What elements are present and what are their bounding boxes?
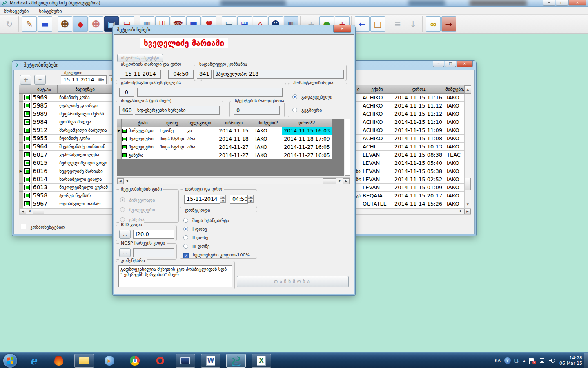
confirm-button[interactable]: თანხმობა xyxy=(237,276,349,287)
nurse-icon[interactable]: ☻ xyxy=(89,16,103,32)
scroll-top-button[interactable]: ▲ xyxy=(464,85,471,94)
scroll-thumb[interactable] xyxy=(33,209,44,214)
scroll-thumb[interactable] xyxy=(323,178,336,184)
firewall-app-icon[interactable] xyxy=(49,354,69,368)
vertical-scrollbar[interactable]: ▼ xyxy=(464,94,471,208)
add-row-button[interactable]: + xyxy=(20,75,31,85)
column-header-patient[interactable]: პაციენტი xyxy=(58,85,113,94)
medicine-basket-icon[interactable]: ◆ xyxy=(73,16,88,32)
opera-icon[interactable]: O xyxy=(150,354,170,368)
radio-internal-standard[interactable]: შიდა სტანდარტი xyxy=(183,216,229,224)
table-row[interactable]: ნიძ LEVAN 2014-11-15 05:38 IAKO xyxy=(356,167,471,175)
radio-icon[interactable] xyxy=(292,108,297,112)
time-spinner-field[interactable]: 04:50 xyxy=(230,195,248,204)
table-row[interactable]: 5989 მეფარიშვილი მერაბ xyxy=(19,110,113,118)
radio-urgent[interactable]: გადაუდებელი xyxy=(292,92,332,100)
hospital-bed-icon[interactable]: ▬ xyxy=(38,16,52,32)
checkbox-icon[interactable]: ✓ xyxy=(183,253,189,258)
scroll-left-button[interactable]: ◀ xyxy=(26,209,33,214)
show-desktop-button[interactable] xyxy=(584,353,588,368)
checkbox-icon[interactable] xyxy=(21,224,26,229)
scroll-left-button[interactable]: ◀ xyxy=(124,178,130,184)
table-row[interactable]: ACHIKO 2014-11-15 11:12 IAKO xyxy=(356,102,471,110)
radio-level-1[interactable]: I დონე xyxy=(183,224,207,232)
table-row[interactable]: ACHIKO 2014-11-15 11:08 IAKO xyxy=(356,135,471,143)
close-button[interactable]: × xyxy=(568,0,586,6)
ncsp-browse-button[interactable]: ... xyxy=(119,248,131,257)
column-header-date[interactable]: თარიღი xyxy=(214,119,254,128)
table-row[interactable]: QUTATEL 2014-11-14 15:26 IAKO xyxy=(356,200,471,208)
media-player-icon[interactable]: ▶ xyxy=(100,354,119,368)
column-header-level[interactable]: დონე xyxy=(158,119,186,128)
horizontal-scrollbar[interactable]: ▶ ▶ xyxy=(356,208,471,215)
dialog-close-button[interactable]: × xyxy=(333,25,351,33)
radio-icon[interactable] xyxy=(183,235,188,240)
scroll-last-button[interactable]: ▶ xyxy=(464,209,471,214)
start-button[interactable] xyxy=(3,354,17,368)
comment-textbox[interactable]: გადმოყვანილია მცხეთის ჯეო ჰოსპიტლიდან სდ… xyxy=(118,265,232,287)
excel-icon[interactable]: X xyxy=(252,354,271,368)
menu-data[interactable]: მონაცემები xyxy=(0,7,33,15)
maximize-button[interactable]: □ xyxy=(556,0,568,6)
scroll-thumb[interactable] xyxy=(465,178,471,190)
radio-level-3[interactable]: III დონე xyxy=(183,242,209,249)
table-row[interactable]: 5985 ღვალაძე გიორგი xyxy=(19,102,113,110)
table-row[interactable]: ACHIKO 2014-11-15 11:10 IAKO xyxy=(356,118,471,126)
close-button[interactable]: × xyxy=(457,61,473,67)
column-header-code[interactable]: ხელ.კოდი xyxy=(186,119,214,128)
explorer-folder-icon[interactable] xyxy=(74,354,94,368)
radio-primary[interactable]: პირველადი xyxy=(120,195,155,203)
components-checkbox[interactable]: კომპონენტებით xyxy=(21,222,65,230)
clipboard-icon[interactable]: □ xyxy=(370,16,385,32)
column-header-time[interactable]: დრო1 xyxy=(393,85,445,94)
refresh-icon[interactable]: ↻ xyxy=(2,16,17,32)
dialog-grid-row[interactable]: გაწერა 2014-11-27 IAKO 2014-11-27 16:05 xyxy=(117,151,344,159)
history-date-field[interactable]: 15-11-2014 xyxy=(120,70,161,79)
remove-row-button[interactable]: ━ xyxy=(34,75,46,85)
medical-app-taskbar-icon[interactable] xyxy=(226,354,246,368)
show-hidden-icons[interactable]: ▴ xyxy=(523,359,525,363)
keys-icon[interactable]: ∞ xyxy=(426,16,441,32)
edit-document-icon[interactable]: ✎ xyxy=(22,16,37,32)
date-spinner-field[interactable]: 15-11-2014 xyxy=(184,195,220,204)
table-row[interactable]: LEVAN 2014-11-15 01:09 IAKO xyxy=(356,184,471,192)
time-spinner[interactable]: ▲▼ xyxy=(248,195,254,203)
table-row[interactable]: 6017 კუპრაშვილი ლენა xyxy=(19,151,113,159)
help-icon[interactable]: ? xyxy=(504,357,511,364)
history-time-field[interactable]: 04:50 xyxy=(168,70,194,79)
menu-lines-icon[interactable]: ≡ xyxy=(390,16,405,32)
insurance-code-field[interactable]: 841 xyxy=(197,70,212,79)
sender-code-field[interactable]: 0 xyxy=(119,88,134,97)
table-row[interactable]: ACHIKO 2014-11-15 11:09 IAKO xyxy=(356,126,471,135)
download-arrow-icon[interactable]: ↓ xyxy=(406,16,421,32)
column-header-time[interactable]: დრო22 xyxy=(282,119,332,128)
table-row[interactable]: ACHIKO 2014-11-15 11:16 IAKO xyxy=(356,94,471,102)
table-row[interactable]: 5912 მარტაშვილი ბაბულია xyxy=(19,126,113,135)
brought-code-field[interactable]: 460 xyxy=(119,106,133,115)
table-row[interactable]: LEVAN 2014-11-15 08:38 TEAC xyxy=(356,151,471,159)
language-indicator[interactable]: KA xyxy=(494,358,501,364)
word-icon[interactable]: W xyxy=(201,354,220,368)
radio-icon[interactable] xyxy=(183,218,188,223)
minimize-button[interactable]: ─ xyxy=(543,0,555,6)
volume-icon[interactable] xyxy=(549,357,556,364)
patient-icon[interactable]: ☻ xyxy=(58,16,72,32)
dialog-titlebar[interactable]: შეტყობინებები xyxy=(113,25,355,34)
scroll-down-button[interactable]: ▼ xyxy=(465,202,471,208)
calendar-icon[interactable]: ▦▾ xyxy=(98,76,104,83)
radio-intermediate[interactable]: შუალედური xyxy=(120,205,155,213)
action-center-icon[interactable]: × xyxy=(529,357,535,364)
back-arrow-icon[interactable]: ← xyxy=(355,16,370,32)
date-from-picker[interactable]: 15-11-2014 ▦▾ xyxy=(61,75,107,84)
exit-door-icon[interactable]: → xyxy=(441,16,456,32)
column-header-doctor[interactable]: ექიმი xyxy=(361,85,393,94)
table-row[interactable]: ACHIKO 2014-11-15 11:12 IAKO xyxy=(356,110,471,118)
sender-name-field[interactable] xyxy=(137,88,283,97)
column-header-type[interactable]: ტიპი xyxy=(127,119,158,128)
table-row[interactable]: მოვ LEVAN 2014-11-15 02:52 IAKO xyxy=(356,175,471,184)
table-row[interactable]: 6015 ბურდულიშვილი გოგი xyxy=(19,159,113,167)
radio-planned[interactable]: გეგმიური xyxy=(292,105,322,113)
scroll-last-button[interactable]: ▶ xyxy=(343,178,350,184)
table-row[interactable]: ▶ 6016 ხვედელიძე მარიამი xyxy=(19,167,113,175)
ncsp-code-field[interactable] xyxy=(133,248,174,257)
